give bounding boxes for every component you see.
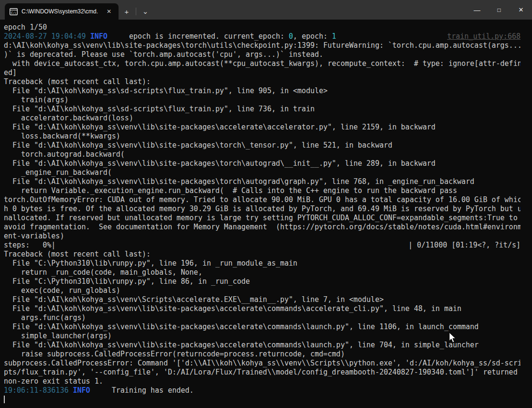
terminal-line: with device_autocast_ctx, torch.cpu.amp.… bbox=[4, 59, 521, 68]
terminal-text-segment: 2024-08-27 19:04:49 bbox=[4, 32, 86, 41]
terminal-text-segment: with device_autocast_ctx, torch.cpu.amp.… bbox=[4, 59, 521, 68]
terminal-text-segment: Traceback (most recent call last): bbox=[4, 77, 151, 86]
terminal-text-segment: 19:06:11-836136 bbox=[4, 386, 68, 395]
terminal-text-segment: return _run_code(code, main_globals, Non… bbox=[4, 268, 202, 277]
tab-dropdown-button[interactable]: ⌄ bbox=[137, 3, 153, 20]
terminal-text-segment: pts/flux_train.py', '--config_file', 'D:… bbox=[4, 368, 518, 377]
terminal-text-segment: _engine_run_backward( bbox=[4, 168, 112, 177]
terminal-text-segment: epoch 1/50 bbox=[4, 23, 47, 32]
minimize-button[interactable]: — bbox=[466, 0, 488, 20]
terminal-text-segment: Traceback (most recent call last): bbox=[4, 250, 151, 259]
terminal-text-segment: simple_launcher(args) bbox=[4, 332, 112, 341]
terminal-text-segment: File "d:\AI\koh\kohya_ss\venv\lib\site-p… bbox=[4, 141, 392, 150]
terminal-line: nallocated. If reserved but unallocated … bbox=[4, 214, 521, 223]
terminal-line: 19:06:11-836136 INFO Training has ended. bbox=[4, 386, 521, 395]
terminal-text-segment: ent-variables) bbox=[4, 232, 64, 241]
terminal-text-segment: File "d:\AI\koh\kohya_ss\venv\lib\site-p… bbox=[4, 159, 435, 168]
terminal-text-segment: File "d:\AI\koh\kohya_ss\venv\lib\site-p… bbox=[4, 341, 478, 350]
terminal-text-segment: torch.autograd.backward( bbox=[4, 150, 125, 159]
terminal-text-segment: , epoch: bbox=[293, 32, 332, 41]
terminal-line: Traceback (most recent call last): bbox=[4, 77, 521, 86]
terminal-line: exec(code, run_globals) bbox=[4, 286, 521, 295]
terminal-line: File "d:\AI\koh\kohya_ss\sd-scripts\flux… bbox=[4, 86, 521, 96]
terminal-line: File "d:\AI\koh\kohya_ss\venv\lib\site-p… bbox=[4, 141, 521, 150]
tab-cmd[interactable]: C:\ C:\WINDOWS\system32\cmd. ✕ bbox=[5, 3, 119, 20]
cmd-icon: C:\ bbox=[10, 8, 18, 15]
terminal-line: train(args) bbox=[4, 96, 521, 105]
terminal-text-segment: non-zero exit status 1. bbox=[4, 377, 103, 386]
terminal-line: Traceback (most recent call last): bbox=[4, 250, 521, 259]
titlebar[interactable]: C:\ C:\WINDOWS\system32\cmd. ✕ + ⌄ — □ ✕ bbox=[0, 0, 532, 20]
terminal-text-segment: steps: 0%| bbox=[4, 241, 55, 250]
terminal-text-segment: train(args) bbox=[4, 96, 68, 105]
terminal-text-segment: File "d:\AI\koh\kohya_ss\venv\Scripts\ac… bbox=[4, 295, 384, 304]
terminal-text-segment: args.func(args) bbox=[4, 313, 86, 322]
terminal-line: ed] bbox=[4, 68, 521, 77]
terminal-text-segment: h 0 bytes is free. Of the allocated memo… bbox=[4, 204, 521, 214]
terminal-text-segment: File "d:\AI\koh\kohya_ss\venv\lib\site-p… bbox=[4, 304, 461, 313]
terminal-line: loss.backward(**kwargs) bbox=[4, 132, 521, 141]
terminal-line: File "d:\AI\koh\kohya_ss\venv\lib\site-p… bbox=[4, 159, 521, 168]
terminal-line: epoch 1/50 bbox=[4, 23, 521, 32]
terminal-line: File "d:\AI\koh\kohya_ss\venv\lib\site-p… bbox=[4, 123, 521, 132]
terminal-line: avoid fragmentation. See documentation f… bbox=[4, 223, 521, 232]
terminal-line: File "d:\AI\koh\kohya_ss\venv\lib\site-p… bbox=[4, 177, 521, 186]
terminal-text-segment: torch.OutOfMemoryError: CUDA out of memo… bbox=[4, 195, 521, 204]
terminal-line: File "d:\AI\koh\kohya_ss\sd-scripts\flux… bbox=[4, 105, 521, 114]
terminal-text-segment: )` is deprecated. Please use `torch.amp.… bbox=[4, 50, 323, 59]
terminal-line: subprocess.CalledProcessError: Command '… bbox=[4, 359, 521, 368]
terminal-line: return _run_code(code, main_globals, Non… bbox=[4, 268, 521, 277]
terminal-line: torch.autograd.backward( bbox=[4, 150, 521, 159]
terminal-text-segment: d:\AI\koh\kohya_ss\venv\lib\site-package… bbox=[4, 41, 521, 50]
terminal-text-segment bbox=[86, 32, 90, 41]
tabbar-divider bbox=[136, 8, 136, 15]
terminal-line: args.func(args) bbox=[4, 313, 521, 322]
tab-close-icon[interactable]: ✕ bbox=[104, 7, 114, 16]
window-root: { "colors": { "fg": "#cccccc", "ts": "#3… bbox=[0, 0, 532, 408]
terminal-text-segment: File "d:\AI\koh\kohya_ss\sd-scripts\flux… bbox=[4, 86, 327, 96]
terminal-text-segment: File "d:\AI\koh\kohya_ss\venv\lib\site-p… bbox=[4, 123, 435, 132]
maximize-button[interactable]: □ bbox=[488, 0, 510, 20]
terminal-text-segment: File "d:\AI\koh\kohya_ss\sd-scripts\flux… bbox=[4, 105, 315, 114]
terminal-line: d:\AI\koh\kohya_ss\venv\lib\site-package… bbox=[4, 41, 521, 50]
terminal-text-segment bbox=[68, 386, 73, 395]
terminal-text-segment: avoid fragmentation. See documentation f… bbox=[4, 223, 521, 232]
svg-text:C:\: C:\ bbox=[11, 11, 16, 14]
terminal-line bbox=[4, 395, 521, 404]
terminal-output[interactable]: epoch 1/502024-08-27 19:04:49 INFO epoch… bbox=[0, 20, 532, 408]
terminal-line: )` is deprecated. Please use `torch.amp.… bbox=[4, 50, 521, 59]
terminal-line: ent-variables) bbox=[4, 232, 521, 241]
terminal-line: return Variable._execution_engine.run_ba… bbox=[4, 186, 521, 195]
terminal-line: raise subprocess.CalledProcessError(retu… bbox=[4, 350, 521, 359]
terminal-text-segment: INFO bbox=[90, 32, 108, 41]
close-button[interactable]: ✕ bbox=[510, 0, 532, 20]
terminal-text-segment: exec(code, run_globals) bbox=[4, 286, 120, 295]
terminal-text-segment: 0 bbox=[289, 32, 293, 41]
terminal-line: non-zero exit status 1. bbox=[4, 377, 521, 386]
terminal-line: steps: 0%|| 0/11000 [01:19<?, ?it/s] bbox=[4, 241, 521, 250]
window-controls: — □ ✕ bbox=[466, 0, 532, 20]
terminal-text-segment: nallocated. If reserved but unallocated … bbox=[4, 214, 518, 223]
terminal-text-segment: File "d:\AI\koh\kohya_ss\venv\lib\site-p… bbox=[4, 177, 474, 186]
terminal-line: File "d:\AI\koh\kohya_ss\venv\lib\site-p… bbox=[4, 304, 521, 313]
terminal-line: h 0 bytes is free. Of the allocated memo… bbox=[4, 204, 521, 214]
terminal-line: File "d:\AI\koh\kohya_ss\venv\lib\site-p… bbox=[4, 341, 521, 350]
terminal-text-segment: raise subprocess.CalledProcessError(retu… bbox=[4, 350, 345, 359]
tab-title: C:\WINDOWS\system32\cmd. bbox=[22, 8, 104, 15]
terminal-line: torch.OutOfMemoryError: CUDA out of memo… bbox=[4, 195, 521, 204]
terminal-text-segment: File "d:\AI\koh\kohya_ss\venv\lib\site-p… bbox=[4, 322, 478, 332]
terminal-text-segment: ed] bbox=[4, 68, 17, 77]
terminal-text-segment: | 0/11000 [01:19<?, ?it/s] bbox=[408, 241, 521, 250]
terminal-text-segment: train_util.py:668 bbox=[447, 32, 521, 41]
terminal-line: File "C:\Python310\lib\runpy.py", line 8… bbox=[4, 277, 521, 286]
new-tab-button[interactable]: + bbox=[119, 3, 135, 20]
text-caret bbox=[4, 396, 5, 403]
terminal-line: pts/flux_train.py', '--config_file', 'D:… bbox=[4, 368, 521, 377]
terminal-text-segment: return Variable._execution_engine.run_ba… bbox=[4, 186, 457, 195]
terminal-text-segment: File "C:\Python310\lib\runpy.py", line 1… bbox=[4, 259, 297, 268]
terminal-line: simple_launcher(args) bbox=[4, 332, 521, 341]
terminal-line: File "d:\AI\koh\kohya_ss\venv\lib\site-p… bbox=[4, 322, 521, 332]
terminal-text-segment: INFO bbox=[73, 386, 90, 395]
terminal-text-segment: epoch is incremented. current_epoch: bbox=[108, 32, 289, 41]
terminal-text-segment: 1 bbox=[332, 32, 336, 41]
